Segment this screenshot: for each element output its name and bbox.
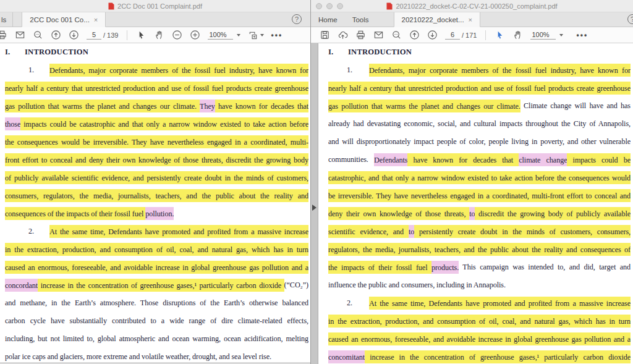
doc-line: in the extraction, production, and consu… <box>328 312 631 330</box>
text-segment: Defendants <box>374 153 408 166</box>
doc-line: influence the public and consumers, incl… <box>328 276 631 294</box>
tab-home[interactable]: Home <box>311 12 345 27</box>
doc-line: be irreversible. They have nevertheless … <box>328 187 631 205</box>
text-segment: Defendants, major corporate members of t… <box>49 64 308 77</box>
screen: 2CC Doc 001 Complaint.pdf ls 2CC Doc 001… <box>0 0 633 364</box>
page-total-label: / 171 <box>462 32 477 39</box>
text-segment: be irreversible. They have nevertheless … <box>328 189 631 202</box>
text-segment: regulators, the media, journalists, teac… <box>328 243 631 256</box>
close-tab-icon[interactable]: × <box>94 16 98 23</box>
text-segment: scientific evidence, and <box>328 225 409 238</box>
text-segment: discredit the growing body of publicly a… <box>475 207 631 220</box>
select-tool-icon[interactable] <box>491 28 509 43</box>
doc-line: consumers, regulators, the media, journa… <box>5 187 308 205</box>
doc-line: already had devastating economic, social… <box>328 115 631 133</box>
window-left-pdf: 2CC Doc 001 Complaint.pdf ls 2CC Doc 001… <box>0 0 311 364</box>
document-page[interactable]: I.INTRODUCTION1.Defendants, major corpor… <box>318 43 633 364</box>
more-tools-icon[interactable]: ••• <box>268 31 287 40</box>
document-page[interactable]: I.INTRODUCTION1.Defendants, major corpor… <box>0 43 310 362</box>
previous-page-icon[interactable] <box>406 28 423 43</box>
doc-line: front effort to conceal and deny their o… <box>5 151 308 169</box>
more-tools-icon[interactable]: ••• <box>573 31 592 40</box>
text-segment: carbon cycle have substantially contribu… <box>5 316 308 325</box>
next-page-icon[interactable] <box>423 28 441 43</box>
tab-document-right[interactable]: 20210222_docket... × <box>394 12 480 27</box>
text-segment: INTRODUCTION <box>25 48 88 56</box>
tab-tools-partial[interactable]: ls <box>0 12 13 27</box>
search-icon[interactable] <box>388 28 406 43</box>
email-icon[interactable] <box>11 28 29 43</box>
text-segment: concordant <box>5 279 38 292</box>
zoom-level-select[interactable]: 100% <box>530 31 563 40</box>
page-number-input[interactable] <box>87 30 101 40</box>
text-segment: At the same time, Defendants have promot… <box>369 297 631 310</box>
text-segment: Climate change will have and has <box>520 101 631 110</box>
text-segment: Defendants, major corporate members of t… <box>369 64 631 77</box>
select-tool-icon[interactable] <box>132 28 150 43</box>
save-icon[interactable] <box>316 28 334 43</box>
zoom-out-icon[interactable] <box>168 28 186 43</box>
left-doc-area: I.INTRODUCTION1.Defendants, major corpor… <box>0 43 310 364</box>
doc-heading: I.INTRODUCTION <box>5 43 308 61</box>
zoom-level-value: 100% <box>530 31 555 40</box>
doc-line: regulators, the media, journalists, teac… <box>328 240 631 258</box>
tab-document-left[interactable]: 2CC Doc 001 Co... × <box>22 12 106 27</box>
text-segment: 1. <box>347 61 369 79</box>
chevron-down-icon <box>260 34 264 36</box>
search-icon[interactable] <box>29 28 47 43</box>
text-segment: deny their own knowledge of those threat… <box>328 207 469 220</box>
doc-line: nearly half a century that unrestricted … <box>5 79 308 97</box>
zoom-level-select[interactable]: 100% <box>208 31 240 40</box>
text-segment: communities. <box>328 155 374 164</box>
text-segment: in the extraction, production, and consu… <box>328 315 631 328</box>
text-segment: They <box>200 99 215 112</box>
text-segment: already had devastating economic, social… <box>328 119 631 128</box>
text-segment: of publicly available scientific evidenc… <box>5 171 308 184</box>
text-segment: the consequences would be irreversible. … <box>5 135 308 148</box>
left-toolbar: / 139 100% ••• <box>0 27 310 43</box>
doc-line: the consequences would be irreversible. … <box>5 133 308 151</box>
maximize-window-icon[interactable] <box>337 3 343 9</box>
hand-tool-icon[interactable] <box>150 28 168 43</box>
text-segment: including, but not limited to, global at… <box>5 334 308 343</box>
doc-line: 2.At the same time, Defendants have prom… <box>328 294 631 312</box>
text-segment: consumers, regulators, the media, journa… <box>5 189 308 202</box>
text-segment: 1. <box>28 61 49 79</box>
help-icon[interactable]: ? <box>627 14 633 24</box>
next-page-arrow-icon[interactable] <box>312 205 316 211</box>
zoom-in-icon[interactable] <box>186 28 204 43</box>
hand-tool-icon[interactable] <box>509 28 527 43</box>
minimize-window-icon[interactable] <box>326 3 333 9</box>
right-toolbar: / 171 100% ••• <box>311 27 633 43</box>
text-segment: gas pollution that warms the planet and … <box>328 99 520 112</box>
text-segment: impacts could be <box>567 153 631 166</box>
next-page-icon[interactable] <box>65 28 83 43</box>
print-icon[interactable] <box>352 28 370 43</box>
share-cloud-icon[interactable] <box>334 28 352 43</box>
doc-line: those impacts could be catastrophic and … <box>5 115 308 133</box>
tab-home-label: Home <box>318 16 338 23</box>
doc-line: and methane, in the Earth’s atmosphere. … <box>5 294 308 312</box>
email-icon[interactable] <box>370 28 388 43</box>
tab-tools[interactable]: Tools <box>345 12 376 27</box>
page-total-label: / 139 <box>103 32 118 39</box>
left-tabbar: ls 2CC Doc 001 Co... × ? <box>0 12 310 27</box>
tab-tools-label: Tools <box>352 16 369 23</box>
doc-line: deny their own knowledge of those threat… <box>328 205 631 222</box>
text-segment: nearly half a century that unrestricted … <box>5 82 308 95</box>
doc-line: gas pollution that warms the planet and … <box>5 97 308 115</box>
page-margin-gutter <box>311 43 318 364</box>
window-controls[interactable] <box>316 3 343 9</box>
text-segment: consequences of the impacts of their fos… <box>5 207 145 220</box>
tab-document-right-label: 20210222_docket... <box>402 16 464 23</box>
help-icon[interactable]: ? <box>292 14 302 24</box>
text-segment: increase in the concentration of greenho… <box>38 279 284 292</box>
close-tab-icon[interactable]: × <box>469 16 472 23</box>
page-display-icon[interactable] <box>244 28 268 43</box>
right-document-text: I.INTRODUCTION1.Defendants, major corpor… <box>318 43 633 364</box>
previous-page-icon[interactable] <box>47 28 65 43</box>
print-icon[interactable] <box>0 28 11 43</box>
doc-line: the impacts of their fossil fuel product… <box>328 258 631 276</box>
page-number-input[interactable] <box>445 30 460 40</box>
close-window-icon[interactable] <box>316 3 322 9</box>
